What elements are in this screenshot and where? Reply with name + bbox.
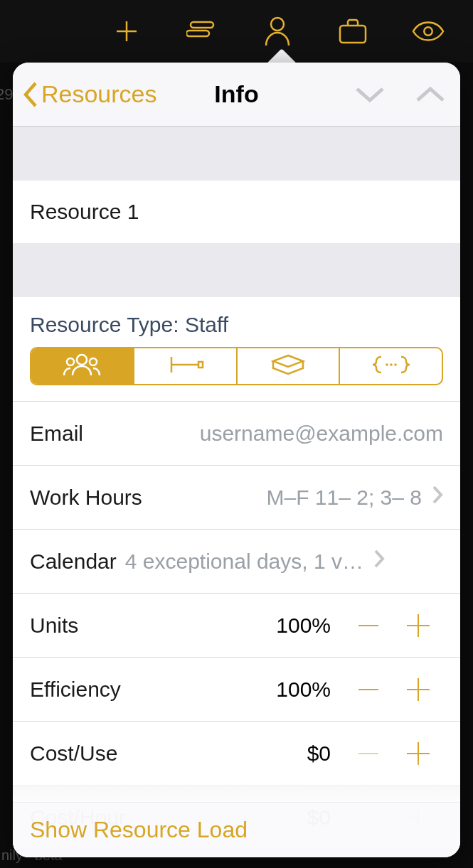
info-popover: Resources Info Resource 1 Resource Type:… <box>13 63 460 857</box>
segment-group[interactable] <box>340 348 442 384</box>
segment-material[interactable] <box>238 348 341 384</box>
resource-type-label: Resource Type: Staff <box>13 297 460 347</box>
units-value: 100% <box>276 614 331 638</box>
segmented-control-wrap <box>13 347 460 401</box>
prev-up-button[interactable] <box>415 63 446 127</box>
efficiency-label: Efficiency <box>30 677 121 702</box>
resource-name: Resource 1 <box>30 200 139 224</box>
braces-icon <box>370 354 413 378</box>
segment-equipment[interactable] <box>134 348 238 384</box>
chevron-right-icon <box>432 485 443 510</box>
bottom-bar: Show Resource Load <box>13 802 460 857</box>
svg-rect-3 <box>340 26 366 43</box>
next-down-button[interactable] <box>354 63 386 127</box>
svg-rect-1 <box>186 31 209 36</box>
workhours-label: Work Hours <box>30 486 142 510</box>
costuse-increment[interactable] <box>393 722 443 786</box>
efficiency-decrement[interactable] <box>344 658 393 722</box>
workhours-value: M–F 11– 2; 3– 8 <box>267 486 422 510</box>
section-gap <box>13 243 460 297</box>
svg-point-10 <box>394 363 397 366</box>
svg-point-7 <box>90 358 97 365</box>
svg-point-8 <box>386 363 388 366</box>
efficiency-increment[interactable] <box>393 658 443 722</box>
resource-type-segmented <box>30 347 443 385</box>
resource-name-cell[interactable]: Resource 1 <box>13 181 460 243</box>
units-label: Units <box>30 614 78 638</box>
units-increment[interactable] <box>393 594 443 658</box>
svg-rect-0 <box>191 22 213 28</box>
section-gap <box>13 127 460 181</box>
bg-number: 29 <box>0 85 13 104</box>
back-button[interactable]: Resources <box>13 80 157 109</box>
efficiency-stepper <box>344 658 443 722</box>
efficiency-value: 100% <box>276 677 331 702</box>
email-label: Email <box>30 422 83 446</box>
plus-icon[interactable] <box>110 15 143 48</box>
lines-icon[interactable] <box>186 15 218 48</box>
back-label: Resources <box>41 80 157 108</box>
units-row: Units 100% <box>13 593 460 657</box>
workhours-row[interactable]: Work Hours M–F 11– 2; 3– 8 <box>13 465 460 529</box>
svg-point-9 <box>390 363 393 366</box>
units-decrement[interactable] <box>344 594 393 658</box>
units-stepper <box>344 594 443 658</box>
calendar-row[interactable]: Calendar 4 exceptional days, 1 v… <box>13 529 460 593</box>
people-icon <box>63 353 101 380</box>
svg-point-4 <box>424 27 432 36</box>
briefcase-icon[interactable] <box>336 15 369 48</box>
svg-point-2 <box>271 18 284 31</box>
costuse-row: Cost/Use $0 <box>13 721 460 785</box>
eye-icon[interactable] <box>412 15 445 48</box>
svg-point-6 <box>67 358 74 365</box>
calendar-label: Calendar <box>30 550 117 574</box>
costuse-stepper <box>344 722 443 786</box>
email-row[interactable]: Email <box>13 401 460 465</box>
popover-header: Resources Info <box>13 63 460 127</box>
svg-point-5 <box>77 355 87 365</box>
top-toolbar <box>0 0 473 63</box>
email-field[interactable] <box>83 422 443 446</box>
segment-staff[interactable] <box>31 348 134 384</box>
box-icon <box>269 353 307 380</box>
content-scroll[interactable]: Resource 1 Resource Type: Staff <box>13 127 460 857</box>
chevron-right-icon <box>373 549 385 574</box>
costuse-decrement[interactable] <box>344 722 393 786</box>
calendar-value: 4 exceptional days, 1 v… <box>125 550 363 574</box>
tool-icon <box>166 354 204 378</box>
costuse-label: Cost/Use <box>30 741 117 766</box>
show-resource-load-button[interactable]: Show Resource Load <box>30 817 248 843</box>
person-icon[interactable] <box>261 15 294 48</box>
efficiency-row: Efficiency 100% <box>13 657 460 721</box>
costuse-value: $0 <box>307 741 331 766</box>
